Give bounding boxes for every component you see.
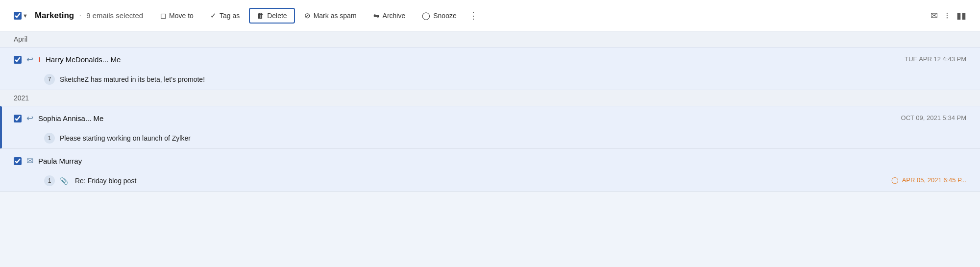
email-subrow-2[interactable]: 1 Please starting working on launch of Z… bbox=[0, 132, 980, 148]
archive-icon: ⇋ bbox=[373, 12, 380, 19]
email-checkbox-2[interactable] bbox=[14, 115, 22, 122]
email-group-3: ✉ Paula Murray 1 📎 Re: Friday blog post … bbox=[0, 149, 980, 191]
row-left-3: ✉ Paula Murray bbox=[14, 149, 966, 170]
subject-3: Re: Friday blog post bbox=[75, 177, 136, 185]
section-label-april: April bbox=[0, 31, 980, 47]
thread-count-3: 1 bbox=[44, 175, 55, 186]
mark-spam-button[interactable]: ⊘ Mark as spam bbox=[297, 8, 364, 23]
reply-icon-1: ↩ bbox=[26, 54, 33, 65]
subject-1: SketcheZ has matured in its beta, let's … bbox=[60, 75, 205, 83]
row-left-2: ↩ Sophia Annisa... Me bbox=[14, 106, 901, 127]
archive-label: Archive bbox=[383, 12, 406, 20]
tag-icon: ✓ bbox=[210, 12, 217, 19]
section-april: April ↩ ! Harry McDonalds... Me TUE APR … bbox=[0, 31, 980, 90]
email-checkbox-1[interactable] bbox=[14, 56, 22, 64]
reply-icon-2: ↩ bbox=[26, 113, 33, 123]
top-bar: ▼ Marketing · 9 emails selected ◻ Move t… bbox=[0, 0, 980, 31]
folder-icon: ◻ bbox=[160, 12, 166, 19]
trash-icon: 🗑 bbox=[257, 12, 264, 19]
email-date-3: APR 05, 2021 6:45 P... bbox=[902, 176, 966, 184]
tag-as-label: Tag as bbox=[220, 12, 240, 20]
email-row-2[interactable]: ↩ Sophia Annisa... Me OCT 09, 2021 5:34 … bbox=[0, 106, 980, 132]
chevron-down-icon[interactable]: ▼ bbox=[23, 13, 28, 19]
delete-label: Delete bbox=[267, 12, 287, 20]
section-label-2021: 2021 bbox=[0, 90, 980, 106]
sender-3: Paula Murray bbox=[38, 157, 82, 165]
sub-right-3: ◯ APR 05, 2021 6:45 P... bbox=[891, 175, 966, 184]
separator-dot: · bbox=[79, 10, 81, 21]
subject-2: Please starting working on launch of Zyl… bbox=[60, 134, 191, 142]
email-row-1[interactable]: ↩ ! Harry McDonalds... Me TUE APR 12 4:4… bbox=[0, 48, 980, 73]
filter-icon[interactable]: ▮▮ bbox=[956, 10, 966, 21]
section-divider-5 bbox=[0, 191, 980, 192]
email-date-1: TUE APR 12 4:43 PM bbox=[905, 55, 966, 63]
top-bar-right: ✉ ⁝ ▮▮ bbox=[931, 10, 966, 21]
snooze-button[interactable]: ◯ Snooze bbox=[415, 8, 464, 23]
title-area: Marketing · 9 emails selected bbox=[35, 10, 143, 21]
email-subrow-1[interactable]: 7 SketcheZ has matured in its beta, let'… bbox=[0, 73, 980, 90]
email-date-2: OCT 09, 2021 5:34 PM bbox=[901, 114, 966, 121]
archive-button[interactable]: ⇋ Archive bbox=[366, 8, 413, 23]
top-bar-left: ▼ Marketing · 9 emails selected ◻ Move t… bbox=[14, 8, 481, 24]
priority-icon-1: ! bbox=[38, 55, 41, 64]
select-all-checkbox[interactable] bbox=[14, 12, 22, 20]
email-checkbox-3[interactable] bbox=[14, 157, 22, 165]
attachment-icon-3: 📎 bbox=[60, 177, 68, 185]
row-right-1: TUE APR 12 4:43 PM bbox=[905, 48, 966, 67]
row-left-1: ↩ ! Harry McDonalds... Me bbox=[14, 48, 905, 69]
grid-view-icon[interactable]: ⁝ bbox=[946, 10, 949, 21]
sub-content-1: 7 SketcheZ has matured in its beta, let'… bbox=[44, 74, 966, 85]
move-to-label: Move to bbox=[169, 12, 194, 20]
sender-1: Harry McDonalds... Me bbox=[46, 55, 121, 64]
mark-spam-label: Mark as spam bbox=[314, 12, 357, 20]
thread-count-1: 7 bbox=[44, 74, 55, 85]
delete-button[interactable]: 🗑 Delete bbox=[249, 8, 294, 24]
sub-content-3: 1 📎 Re: Friday blog post bbox=[44, 175, 891, 186]
accent-bar-2 bbox=[0, 106, 2, 148]
email-icon[interactable]: ✉ bbox=[931, 10, 938, 21]
move-to-button[interactable]: ◻ Move to bbox=[153, 8, 201, 23]
snooze-label: Snooze bbox=[433, 12, 456, 20]
envelope-icon-3: ✉ bbox=[26, 156, 33, 166]
select-all-area: ▼ bbox=[14, 12, 28, 20]
folder-title: Marketing bbox=[35, 11, 74, 21]
tag-as-button[interactable]: ✓ Tag as bbox=[203, 8, 247, 23]
email-group-1: ↩ ! Harry McDonalds... Me TUE APR 12 4:4… bbox=[0, 48, 980, 90]
row-right-2: OCT 09, 2021 5:34 PM bbox=[901, 106, 966, 125]
toolbar: ◻ Move to ✓ Tag as 🗑 Delete ⊘ Mark as sp… bbox=[153, 8, 481, 24]
spam-icon: ⊘ bbox=[304, 12, 311, 19]
more-options-button[interactable]: ⋮ bbox=[466, 8, 481, 23]
clock-icon: ◯ bbox=[422, 12, 430, 19]
sub-content-2: 1 Please starting working on launch of Z… bbox=[44, 133, 966, 144]
email-row-3[interactable]: ✉ Paula Murray bbox=[0, 149, 980, 174]
sender-2: Sophia Annisa... Me bbox=[38, 114, 103, 122]
thread-count-2: 1 bbox=[44, 133, 55, 144]
section-2021: 2021 ↩ Sophia Annisa... Me OCT 09, 2021 … bbox=[0, 90, 980, 192]
clock-orange-icon-3: ◯ bbox=[891, 176, 899, 184]
email-subrow-3[interactable]: 1 📎 Re: Friday blog post ◯ APR 05, 2021 … bbox=[0, 174, 980, 191]
email-group-2: ↩ Sophia Annisa... Me OCT 09, 2021 5:34 … bbox=[0, 106, 980, 148]
selected-count: 9 emails selected bbox=[86, 11, 143, 20]
